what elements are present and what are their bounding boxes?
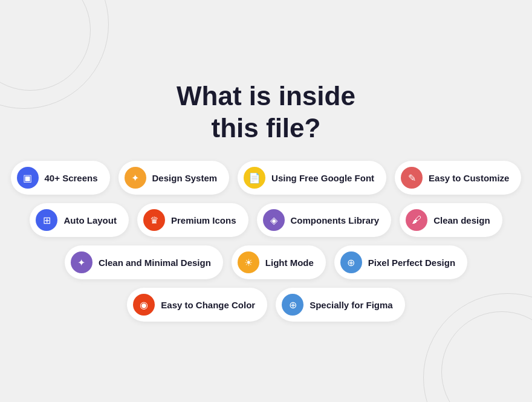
change-color-icon: ◉ xyxy=(133,294,155,316)
figma-special-label: Specially for Figma xyxy=(310,300,393,310)
design-system-icon: ✦ xyxy=(125,167,146,189)
chip-auto-layout: ⊞Auto Layout xyxy=(30,203,129,237)
forty-screens-icon: ▣ xyxy=(17,167,39,189)
chip-components-library: ◈Components Library xyxy=(257,203,392,237)
bg-arc-tl2 xyxy=(0,0,91,91)
design-system-label: Design System xyxy=(152,173,218,183)
clean-minimal-label: Clean and Minimal Design xyxy=(99,258,211,268)
main-content: What is inside this file? ▣40+ Screens✦D… xyxy=(11,80,522,322)
features-grid: ▣40+ Screens✦Design System📄Using Free Go… xyxy=(11,161,522,322)
light-mode-label: Light Mode xyxy=(265,258,314,268)
light-mode-icon: ☀ xyxy=(238,251,259,273)
pixel-perfect-icon: ⊕ xyxy=(340,251,362,273)
premium-icons-icon: ♛ xyxy=(143,209,165,231)
forty-screens-label: 40+ Screens xyxy=(45,173,98,183)
google-font-icon: 📄 xyxy=(244,167,265,189)
chip-forty-screens: ▣40+ Screens xyxy=(11,161,110,195)
feature-row-0: ▣40+ Screens✦Design System📄Using Free Go… xyxy=(11,161,522,195)
components-library-icon: ◈ xyxy=(263,209,285,231)
chip-design-system: ✦Design System xyxy=(118,161,230,195)
chip-premium-icons: ♛Premium Icons xyxy=(137,203,248,237)
chip-pixel-perfect: ⊕Pixel Perfect Design xyxy=(334,245,467,279)
pixel-perfect-label: Pixel Perfect Design xyxy=(368,258,455,268)
clean-minimal-icon: ✦ xyxy=(71,251,92,273)
chip-change-color: ◉Easy to Change Color xyxy=(127,288,267,322)
clean-design-label: Clean design xyxy=(433,215,490,225)
clean-design-icon: 🖌 xyxy=(406,209,427,231)
figma-special-icon: ⊕ xyxy=(282,294,303,316)
chip-google-font: 📄Using Free Google Font xyxy=(238,161,386,195)
feature-row-2: ✦Clean and Minimal Design☀Light Mode⊕Pix… xyxy=(65,245,467,279)
feature-row-1: ⊞Auto Layout♛Premium Icons◈Components Li… xyxy=(30,203,502,237)
auto-layout-icon: ⊞ xyxy=(36,209,57,231)
easy-customize-label: Easy to Customize xyxy=(429,173,509,183)
premium-icons-label: Premium Icons xyxy=(171,215,236,225)
auto-layout-label: Auto Layout xyxy=(63,215,117,225)
chip-clean-minimal: ✦Clean and Minimal Design xyxy=(65,245,223,279)
chip-easy-customize: ✎Easy to Customize xyxy=(395,161,521,195)
title-line2: this file? xyxy=(212,113,321,143)
easy-customize-icon: ✎ xyxy=(401,167,423,189)
components-library-label: Components Library xyxy=(291,215,380,225)
page-title: What is inside this file? xyxy=(177,80,355,144)
chip-figma-special: ⊕Specially for Figma xyxy=(276,288,405,322)
chip-light-mode: ☀Light Mode xyxy=(232,245,326,279)
feature-row-3: ◉Easy to Change Color⊕Specially for Figm… xyxy=(127,288,404,322)
title-line1: What is inside xyxy=(177,81,355,111)
google-font-label: Using Free Google Font xyxy=(271,173,374,183)
chip-clean-design: 🖌Clean design xyxy=(400,203,502,237)
bg-arc-br2 xyxy=(441,311,532,402)
change-color-label: Easy to Change Color xyxy=(161,300,255,310)
